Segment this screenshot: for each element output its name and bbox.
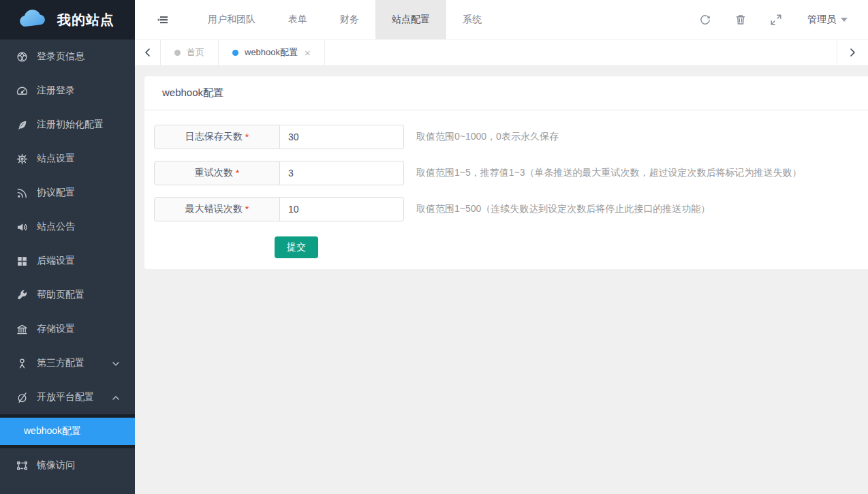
open-platform-submenu: webhook配置 (0, 414, 135, 448)
close-icon[interactable]: × (305, 48, 311, 58)
sidebar-item-label: 帮助页配置 (37, 289, 120, 301)
gear-icon (16, 153, 28, 165)
tab-forms[interactable]: 表单 (272, 0, 324, 40)
sidebar-item-label: 注册初始化配置 (37, 119, 120, 131)
webhook-form: 日志保存天数 * 取值范围0~1000，0表示永久保存 重试次数 * 取值范围1… (144, 110, 868, 258)
header-actions: 管理员 (677, 13, 868, 27)
sidebar-item-label: 存储设置 (37, 323, 120, 335)
page-tab-label: 首页 (187, 46, 204, 59)
field-label-text: 重试次数 (195, 167, 233, 179)
bank-icon (16, 324, 28, 335)
speaker-icon (16, 221, 28, 233)
tab-label: 财务 (340, 14, 359, 26)
trash-icon[interactable] (734, 13, 747, 27)
sidebar-item-login-page-info[interactable]: 登录页信息 (0, 40, 135, 74)
log-retention-days-input[interactable] (280, 125, 404, 149)
required-mark: * (245, 204, 249, 215)
tab-label: 用户和团队 (208, 14, 255, 26)
page-tab-label: webhook配置 (245, 46, 298, 59)
tab-finance[interactable]: 财务 (324, 0, 375, 40)
tabbar-scroll-right-icon[interactable] (837, 40, 868, 65)
user-name: 管理员 (807, 14, 836, 26)
card-title: webhook配置 (144, 76, 868, 110)
tab-site-config[interactable]: 站点配置 (375, 0, 446, 40)
form-row-retry-count: 重试次数 * 取值范围1~5，推荐值1~3（单条推送的最大重试次数，超过设定次数… (154, 161, 868, 185)
chevron-down-icon (112, 359, 120, 367)
sidebar-item-label: 第三方配置 (37, 357, 112, 369)
tab-system[interactable]: 系统 (446, 0, 498, 40)
sidebar-item-register-login[interactable]: 注册登录 (0, 74, 135, 108)
sidebar-item-label: 后端设置 (37, 255, 120, 267)
sidebar-item-label: 登录页信息 (37, 50, 120, 63)
pen-icon (16, 119, 28, 131)
header-nav-tabs: 用户和团队 表单 财务 站点配置 系统 (191, 0, 498, 40)
tab-label: 站点配置 (392, 14, 430, 26)
sidebar-item-webhook-config[interactable]: webhook配置 (0, 418, 135, 445)
circle-slash-icon (16, 392, 28, 403)
sidebar-item-mirror-access[interactable]: 镜像访问 (0, 448, 135, 482)
sidebar-item-site-settings[interactable]: 站点设置 (0, 142, 135, 176)
site-title: 我的站点 (57, 11, 114, 29)
page-tab-webhook-config[interactable]: webhook配置 × (219, 40, 325, 65)
sidebar-item-backend-settings[interactable]: 后端设置 (0, 244, 135, 278)
sidebar-item-storage-settings[interactable]: 存储设置 (0, 312, 135, 346)
tabbar-scroll-left-icon[interactable] (135, 40, 161, 65)
chevron-up-icon (112, 393, 120, 401)
tab-label: 表单 (288, 14, 307, 26)
webhook-config-card: webhook配置 日志保存天数 * 取值范围0~1000，0表示永久保存 重试… (144, 76, 868, 269)
field-label-text: 日志保存天数 (185, 131, 243, 143)
required-mark: * (236, 168, 239, 179)
tab-status-dot (174, 50, 181, 56)
submit-button[interactable]: 提交 (275, 236, 318, 258)
cloud-icon (18, 7, 48, 32)
sidebar-item-label: 开放平台配置 (37, 391, 112, 403)
submit-row: 提交 (275, 236, 868, 258)
sidebar-item-label: 注册登录 (37, 84, 120, 97)
sidebar: 我的站点 登录页信息 注册登录 注册初始化配置 站点设置 (0, 0, 135, 494)
sidebar-item-third-party-config[interactable]: 第三方配置 (0, 346, 135, 380)
mirror-icon (16, 460, 28, 472)
wrench-icon (16, 290, 28, 301)
tab-label: 系统 (463, 14, 482, 26)
submenu-item-label: webhook配置 (24, 425, 81, 437)
caret-down-icon (841, 18, 848, 22)
menu-fold-icon[interactable] (157, 14, 168, 25)
grid-icon (16, 256, 28, 267)
fullscreen-icon[interactable] (769, 13, 783, 27)
sidebar-item-site-announcement[interactable]: 站点公告 (0, 210, 135, 244)
person-icon (16, 358, 28, 369)
retry-count-input[interactable] (280, 161, 404, 185)
page-tabbar: 首页 webhook配置 × (135, 40, 868, 66)
sidebar-item-label: 站点公告 (37, 221, 120, 233)
app-root: 我的站点 登录页信息 注册登录 注册初始化配置 站点设置 (0, 0, 868, 494)
content-area: webhook配置 日志保存天数 * 取值范围0~1000，0表示永久保存 重试… (135, 66, 868, 494)
field-hint: 取值范围1~5，推荐值1~3（单条推送的最大重试次数，超过设定次数后将标记为推送… (416, 167, 802, 179)
field-hint: 取值范围1~500（连续失败达到设定次数后将停止此接口的推送功能） (416, 203, 710, 215)
sidebar-item-register-init-config[interactable]: 注册初始化配置 (0, 108, 135, 142)
sidebar-item-open-platform-config[interactable]: 开放平台配置 (0, 380, 135, 414)
rss-icon (16, 187, 28, 199)
sidebar-item-label: 协议配置 (37, 187, 120, 199)
logo: 我的站点 (0, 0, 135, 40)
field-label: 最大错误次数 * (154, 197, 280, 221)
top-header: 用户和团队 表单 财务 站点配置 系统 管理员 (135, 0, 868, 40)
page-tab-home[interactable]: 首页 (161, 40, 219, 65)
sidebar-item-protocol-config[interactable]: 协议配置 (0, 176, 135, 210)
required-mark: * (245, 132, 249, 142)
form-row-log-retention-days: 日志保存天数 * 取值范围0~1000，0表示永久保存 (154, 125, 868, 149)
sidebar-item-label: 镜像访问 (37, 459, 120, 472)
tab-users-and-teams[interactable]: 用户和团队 (191, 0, 272, 40)
sidebar-item-label: 站点设置 (37, 153, 120, 165)
globe-icon (16, 51, 28, 63)
dashboard-icon (16, 85, 28, 97)
tab-status-dot (232, 50, 238, 56)
field-label-text: 最大错误次数 (185, 203, 243, 215)
sidebar-item-help-page-config[interactable]: 帮助页配置 (0, 278, 135, 312)
refresh-icon[interactable] (698, 13, 712, 27)
field-hint: 取值范围0~1000，0表示永久保存 (416, 131, 559, 143)
field-label: 日志保存天数 * (154, 125, 280, 149)
max-error-count-input[interactable] (280, 197, 404, 221)
field-label: 重试次数 * (154, 161, 280, 185)
user-menu[interactable]: 管理员 (807, 14, 848, 26)
form-row-max-error-count: 最大错误次数 * 取值范围1~500（连续失败达到设定次数后将停止此接口的推送功… (154, 197, 868, 221)
